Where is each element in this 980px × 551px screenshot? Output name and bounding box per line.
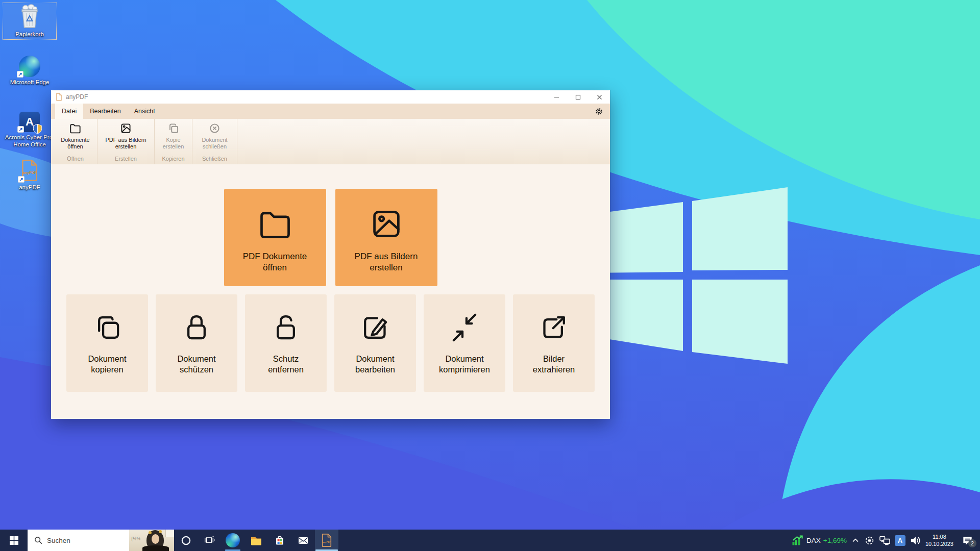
tile-compress-document[interactable]: Dokument komprimieren	[424, 294, 505, 392]
tray-network-button[interactable]	[879, 535, 891, 546]
anypdf-document-icon: anyPDF	[321, 533, 333, 547]
shortcut-arrow-icon: ↗	[17, 71, 23, 78]
lock-open-icon	[269, 311, 303, 344]
taskbar-clock[interactable]: 11:08 10.10.2023	[925, 533, 953, 548]
shield-icon	[33, 124, 42, 134]
action-center-button[interactable]: 2	[958, 530, 977, 551]
chevron-up-icon	[851, 536, 860, 545]
stock-symbol: DAX	[806, 537, 821, 544]
lock-closed-icon	[180, 311, 213, 344]
ribbon-group-oeffnen: Dokumente öffnen Öffnen	[54, 119, 97, 164]
tile-open-pdf-documents[interactable]: PDF Dokumente öffnen	[224, 189, 326, 286]
clock-date: 10.10.2023	[925, 540, 953, 547]
folder-icon	[68, 121, 82, 135]
network-icon	[879, 535, 891, 546]
tile-create-pdf-from-images[interactable]: PDF aus Bildern erstellen	[335, 189, 437, 286]
speaker-icon	[910, 535, 921, 546]
ribbon-group-label: Schließen	[202, 154, 227, 163]
copy-icon	[90, 311, 124, 344]
shortcut-arrow-icon: ↗	[18, 176, 24, 183]
desktop-icon-anypdf[interactable]: anyPDF ↗ anyPDF	[3, 156, 56, 192]
search-input[interactable]	[47, 537, 118, 544]
cortana-icon	[181, 535, 191, 546]
cortana-button[interactable]	[174, 530, 198, 551]
maximize-icon	[575, 94, 581, 100]
ribbon-group-label: Erstellen	[115, 154, 137, 163]
show-hidden-icons-button[interactable]	[851, 536, 860, 545]
tile-protect-document[interactable]: Dokument schützen	[156, 294, 237, 392]
task-view-icon	[204, 535, 215, 546]
edit-icon	[358, 311, 392, 344]
desktop-icon-label: Microsoft Edge	[10, 79, 50, 86]
copy-icon	[166, 121, 180, 135]
desktop: Papierkorb ↗ Microsoft Edge A ↗ Acronis …	[0, 0, 980, 551]
ribbon-group-label: Kopieren	[162, 154, 184, 163]
svg-text:anyPDF: anyPDF	[22, 170, 37, 175]
dashed-circle-icon	[864, 535, 875, 546]
minimize-icon	[554, 94, 559, 100]
tile-remove-protection[interactable]: Schutz entfernen	[245, 294, 327, 392]
tile-copy-document[interactable]: Dokument kopieren	[66, 294, 148, 392]
folder-icon	[255, 204, 295, 244]
mail-icon	[297, 534, 310, 547]
stock-change: +1,69%	[823, 537, 847, 544]
desktop-icon-label: Papierkorb	[15, 31, 44, 38]
close-circle-icon	[208, 121, 222, 135]
desktop-icon-microsoft-edge[interactable]: ↗ Microsoft Edge	[3, 51, 56, 87]
taskbar-explorer-button[interactable]	[244, 530, 268, 551]
window-title: anyPDF	[66, 93, 88, 101]
menu-tabstrip: Datei Bearbeiten Ansicht	[51, 104, 610, 119]
maximize-button[interactable]	[567, 90, 589, 104]
tile-extract-images[interactable]: Bilder extrahieren	[513, 294, 595, 392]
tray-input-language-button[interactable]: A	[895, 535, 905, 546]
close-icon	[597, 94, 602, 100]
start-button[interactable]	[0, 530, 28, 551]
ribbon-group-label: Öffnen	[67, 154, 84, 163]
ribbon-group-erstellen: PDF aus Bildern erstellen Erstellen	[97, 119, 155, 164]
settings-button[interactable]	[595, 107, 603, 116]
compress-icon	[448, 311, 481, 344]
taskbar-search[interactable]: {½⅓	[28, 530, 174, 551]
stock-chart-icon	[791, 535, 804, 546]
export-icon	[537, 311, 571, 344]
tray-dynamic-lock-button[interactable]	[864, 535, 875, 546]
taskbar-anypdf-button[interactable]: anyPDF	[315, 530, 338, 551]
taskbar-store-button[interactable]	[268, 530, 291, 551]
anypdf-window-icon	[56, 93, 62, 101]
desktop-icon-label: Acronis Cyber ProtHome Office	[5, 134, 55, 148]
microsoft-store-icon	[273, 534, 286, 547]
open-documents-button[interactable]: Dokumente öffnen	[57, 121, 94, 154]
task-view-button[interactable]	[198, 530, 221, 551]
tab-bearbeiten[interactable]: Bearbeiten	[83, 104, 127, 119]
titlebar: anyPDF	[51, 90, 610, 104]
shortcut-arrow-icon: ↗	[17, 126, 24, 133]
desktop-icon-recycle-bin[interactable]: Papierkorb	[3, 3, 56, 39]
file-explorer-icon	[250, 534, 263, 547]
svg-text:anyPDF: anyPDF	[323, 541, 331, 543]
ribbon-group-schliessen: Dokument schließen Schließen	[192, 119, 237, 164]
anypdf-window: anyPDF Datei Bearbeiten Ansicht	[51, 90, 610, 419]
gear-icon	[595, 107, 603, 116]
close-button[interactable]	[589, 90, 610, 104]
tray-volume-button[interactable]	[910, 535, 921, 546]
image-icon	[366, 204, 406, 244]
image-icon	[119, 121, 133, 135]
ribbon-group-kopieren: Kopie erstellen Kopieren	[155, 119, 192, 164]
tab-datei[interactable]: Datei	[55, 104, 83, 119]
minimize-button[interactable]	[546, 90, 567, 104]
clock-time: 11:08	[925, 533, 953, 540]
taskbar-mail-button[interactable]	[291, 530, 315, 551]
create-copy-button: Kopie erstellen	[158, 121, 189, 154]
taskbar: {½⅓	[0, 530, 980, 551]
pdf-from-images-button[interactable]: PDF aus Bildern erstellen	[102, 121, 151, 154]
search-highlight-image[interactable]: {½⅓	[129, 530, 174, 551]
window-content: PDF Dokumente öffnen PDF aus Bildern ers…	[51, 164, 610, 419]
tab-ansicht[interactable]: Ansicht	[128, 104, 162, 119]
close-document-button: Dokument schließen	[197, 121, 233, 154]
desktop-icon-acronis[interactable]: A ↗ Acronis Cyber ProtHome Office	[3, 106, 56, 150]
notification-badge: 2	[968, 539, 976, 547]
taskbar-edge-button[interactable]	[221, 530, 244, 551]
tile-edit-document[interactable]: Dokument bearbeiten	[334, 294, 416, 392]
ribbon-toolbar: Dokumente öffnen Öffnen PDF aus Bildern …	[51, 119, 610, 164]
stock-widget[interactable]: DAX +1,69%	[791, 535, 847, 546]
